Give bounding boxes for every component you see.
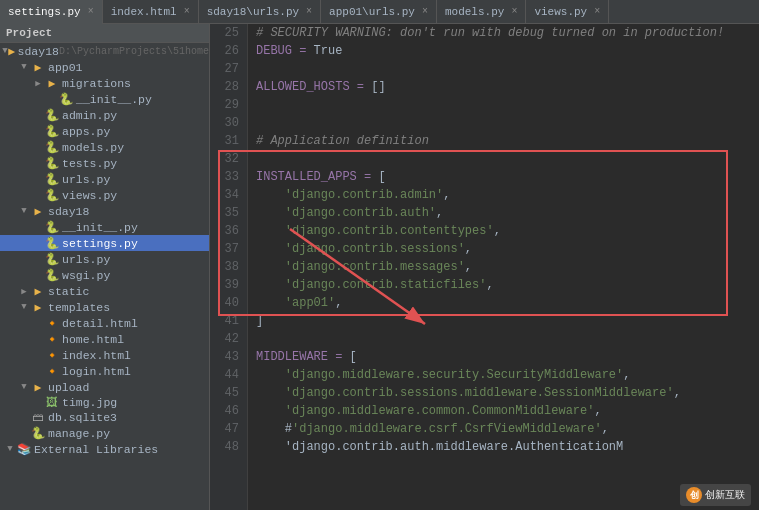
tree-item-templates[interactable]: ▼▶ templates xyxy=(0,299,209,315)
tab-models-py[interactable]: models.py × xyxy=(437,0,526,24)
tab-close-icon[interactable]: × xyxy=(422,6,428,17)
code-line xyxy=(256,96,751,114)
line-number: 39 xyxy=(218,276,239,294)
code-line: MIDDLEWARE = [ xyxy=(256,348,751,366)
tree-item-index-html[interactable]: 🔸index.html xyxy=(0,347,209,363)
line-number: 43 xyxy=(218,348,239,366)
tree-item-apps-py[interactable]: 🐍apps.py xyxy=(0,123,209,139)
line-number: 47 xyxy=(218,420,239,438)
tab-close-icon[interactable]: × xyxy=(511,6,517,17)
tree-item-urls-py[interactable]: 🐍urls.py xyxy=(0,171,209,187)
code-content: 2526272829303132333435363738394041424344… xyxy=(210,24,759,510)
tree-item-sday18-root[interactable]: ▼▶ sday18 D:\PycharmProjects\51home xyxy=(0,43,209,59)
line-number: 33 xyxy=(218,168,239,186)
tab-close-icon[interactable]: × xyxy=(306,6,312,17)
code-line: 'django.contrib.sessions.middleware.Sess… xyxy=(256,384,751,402)
tree-file-icon: 🐍 xyxy=(44,172,60,186)
tab-settings-py[interactable]: settings.py × xyxy=(0,0,103,24)
tree-item-models-py[interactable]: 🐍models.py xyxy=(0,139,209,155)
tree-item-app01[interactable]: ▼▶ app01 xyxy=(0,59,209,75)
tree-expand-arrow[interactable]: ▼ xyxy=(4,444,16,454)
tree-item-sday18-pkg[interactable]: ▼▶ sday18 xyxy=(0,203,209,219)
tree-item-label: __init__.py xyxy=(76,93,152,106)
tab-views-py[interactable]: views.py × xyxy=(526,0,609,24)
tab-label: index.html xyxy=(111,6,177,18)
line-numbers: 2526272829303132333435363738394041424344… xyxy=(210,24,248,510)
tree-file-icon: 🐍 xyxy=(44,156,60,170)
tree-item-tests-py[interactable]: 🐍tests.py xyxy=(0,155,209,171)
sidebar-title: Project xyxy=(0,24,209,43)
tree-item-label: apps.py xyxy=(62,125,110,138)
tree-item-label: models.py xyxy=(62,141,124,154)
tree-item-label: sday18 xyxy=(48,205,89,218)
tab-label: app01\urls.py xyxy=(329,6,415,18)
tree-expand-arrow[interactable]: ▼ xyxy=(18,206,30,216)
tree-file-icon: 🔸 xyxy=(44,316,60,330)
tab-sday18-urls[interactable]: sday18\urls.py × xyxy=(199,0,321,24)
tree-expand-arrow[interactable]: ▶ xyxy=(18,286,30,297)
line-number: 37 xyxy=(218,240,239,258)
tree-item-sday18-urls[interactable]: 🐍urls.py xyxy=(0,251,209,267)
tree-item-login-html[interactable]: 🔸login.html xyxy=(0,363,209,379)
tab-close-icon[interactable]: × xyxy=(594,6,600,17)
line-number: 30 xyxy=(218,114,239,132)
tree-expand-arrow[interactable]: ▼ xyxy=(18,382,30,392)
tree-file-icon: 🐍 xyxy=(44,124,60,138)
tree-item-init-py[interactable]: 🐍__init__.py xyxy=(0,91,209,107)
tree-item-label: login.html xyxy=(62,365,131,378)
tree-expand-arrow[interactable]: ▼ xyxy=(18,302,30,312)
tree-item-label: wsgi.py xyxy=(62,269,110,282)
code-line xyxy=(256,330,751,348)
tab-label: sday18\urls.py xyxy=(207,6,299,18)
code-line: 'django.contrib.staticfiles', xyxy=(256,276,751,294)
tab-app01-urls[interactable]: app01\urls.py × xyxy=(321,0,437,24)
watermark: 创 创新互联 xyxy=(680,484,751,506)
tree-item-sday18-init[interactable]: 🐍__init__.py xyxy=(0,219,209,235)
code-line: 'django.contrib.auth', xyxy=(256,204,751,222)
tree-item-static[interactable]: ▶▶ static xyxy=(0,283,209,299)
code-editor[interactable]: 2526272829303132333435363738394041424344… xyxy=(210,24,759,510)
tree-item-settings-py[interactable]: 🐍settings.py xyxy=(0,235,209,251)
tab-close-icon[interactable]: × xyxy=(184,6,190,17)
code-line: # SECURITY WARNING: don't run with debug… xyxy=(256,24,751,42)
tree-item-ext-libs[interactable]: ▼📚External Libraries xyxy=(0,441,209,457)
tree-item-label: urls.py xyxy=(62,253,110,266)
tree-item-manage-py[interactable]: 🐍manage.py xyxy=(0,425,209,441)
tree-file-icon: ▶ xyxy=(30,60,46,74)
tree-file-icon: 🖼 xyxy=(44,396,60,409)
tree-expand-arrow[interactable]: ▼ xyxy=(18,62,30,72)
tree-expand-arrow[interactable]: ▶ xyxy=(32,78,44,89)
tree-item-admin-py[interactable]: 🐍admin.py xyxy=(0,107,209,123)
tree-item-detail-html[interactable]: 🔸detail.html xyxy=(0,315,209,331)
tree-item-migrations[interactable]: ▶▶ migrations xyxy=(0,75,209,91)
tree-item-label: manage.py xyxy=(48,427,110,440)
code-line: DEBUG = True xyxy=(256,42,751,60)
tree-file-icon: 🐍 xyxy=(44,220,60,234)
tree-item-upload[interactable]: ▼▶ upload xyxy=(0,379,209,395)
tab-close-icon[interactable]: × xyxy=(88,6,94,17)
line-number: 36 xyxy=(218,222,239,240)
tree-file-icon: ▶ xyxy=(30,300,46,314)
line-number: 26 xyxy=(218,42,239,60)
tab-label: views.py xyxy=(534,6,587,18)
tree-file-icon: 🔸 xyxy=(44,332,60,346)
tree-item-label: migrations xyxy=(62,77,131,90)
tab-index-html[interactable]: index.html × xyxy=(103,0,199,24)
tree-file-icon: 🔸 xyxy=(44,348,60,362)
tree-file-icon: 🗃 xyxy=(30,411,46,424)
tree-file-icon: 🐍 xyxy=(30,426,46,440)
code-line: 'django.middleware.common.CommonMiddlewa… xyxy=(256,402,751,420)
tree-item-timg-jpg[interactable]: 🖼timg.jpg xyxy=(0,395,209,410)
tree-item-label: __init__.py xyxy=(62,221,138,234)
tree-item-label: app01 xyxy=(48,61,83,74)
project-sidebar: Project ▼▶ sday18 D:\PycharmProjects\51h… xyxy=(0,24,210,510)
line-number: 40 xyxy=(218,294,239,312)
line-number: 48 xyxy=(218,438,239,456)
tree-item-home-html[interactable]: 🔸home.html xyxy=(0,331,209,347)
code-line: ] xyxy=(256,312,751,330)
tree-item-wsgi-py[interactable]: 🐍wsgi.py xyxy=(0,267,209,283)
tree-file-icon: 🐍 xyxy=(44,252,60,266)
tree-item-views-py[interactable]: 🐍views.py xyxy=(0,187,209,203)
tree-item-label: detail.html xyxy=(62,317,138,330)
tree-item-db-sqlite3[interactable]: 🗃db.sqlite3 xyxy=(0,410,209,425)
